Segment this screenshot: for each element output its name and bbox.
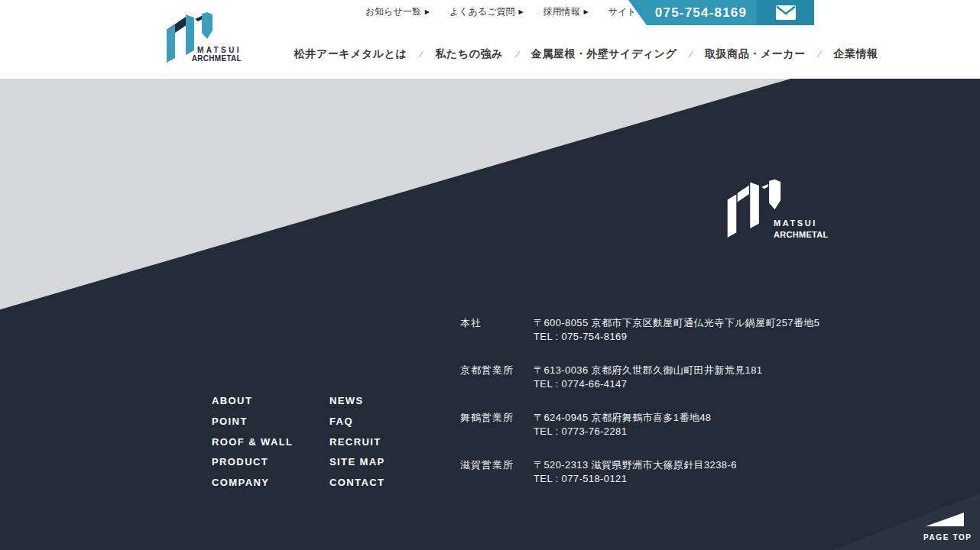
office-address: 〒600-8055 京都市下京区麩屋町通仏光寺下ル鍋屋町257番地5 — [534, 316, 819, 330]
office-address: 〒624-0945 京都府舞鶴市喜多1番地48 — [534, 411, 711, 425]
ramp-triangle-icon — [926, 513, 964, 526]
footer-link-faq[interactable]: FAQ — [329, 412, 385, 432]
footer-link-product[interactable]: PRODUCT — [212, 452, 293, 473]
envelope-icon — [776, 5, 796, 20]
site-logo[interactable]: MATSUI ARCHMETAL — [167, 12, 251, 66]
utility-link-faq[interactable]: よくあるご質問 ▶ — [449, 5, 524, 18]
logo-line2: ARCHMETAL — [190, 54, 242, 63]
footer-link-sitemap[interactable]: SITE MAP — [329, 452, 385, 473]
nav-separator: / — [419, 50, 423, 59]
phone-button[interactable]: 075-754-8169 — [625, 0, 757, 25]
footer-link-recruit[interactable]: RECRUIT — [329, 432, 385, 453]
right-triangle-arrow-icon: ▶ — [425, 8, 430, 15]
utility-link-label: 採用情報 — [544, 5, 580, 18]
office-name: 本社 — [460, 316, 534, 344]
office-tel: TEL : 075-754-8169 — [534, 330, 819, 344]
utility-link-recruit[interactable]: 採用情報 ▶ — [544, 5, 589, 18]
nav-item-product[interactable]: 取扱商品・メーカー — [705, 47, 805, 61]
footer-logo: MATSUI ARCHMETAL — [726, 179, 833, 244]
page: MATSUI ARCHMETAL お知らせ一覧 ▶ よくあるご質問 ▶ 採用情報… — [0, 0, 980, 550]
office-kyoto: 京都営業所 〒613-0036 京都府久世郡久御山町田井新荒見181 TEL :… — [460, 364, 819, 391]
right-triangle-arrow-icon: ▶ — [518, 8, 523, 15]
footer-link-about[interactable]: ABOUT — [212, 391, 293, 412]
logo-text: MATSUI ARCHMETAL — [190, 46, 242, 63]
footer-links-column-2: NEWS FAQ RECRUIT SITE MAP CONTACT — [329, 391, 385, 493]
office-list: 本社 〒600-8055 京都市下京区麩屋町通仏光寺下ル鍋屋町257番地5 TE… — [460, 316, 819, 506]
footer-logo-text: MATSUI ARCHMETAL — [774, 218, 814, 241]
logo-line1: MATSUI — [190, 46, 242, 54]
utility-nav: お知らせ一覧 ▶ よくあるご質問 ▶ 採用情報 ▶ サイトマップ ▶ — [365, 5, 673, 18]
footer-links-column-1: ABOUT POINT ROOF & WALL PRODUCT COMPANY — [212, 391, 293, 493]
office-shiga: 滋賀営業所 〒520-2313 滋賀県野洲市大篠原針目3238-6 TEL : … — [460, 458, 819, 486]
office-tel: TEL : 0773-76-2281 — [534, 425, 711, 438]
footer-link-point[interactable]: POINT — [212, 412, 293, 432]
footer-section: MATSUI ARCHMETAL ABOUT POINT ROOF & WALL… — [0, 79, 980, 550]
utility-link-label: よくあるご質問 — [449, 5, 514, 18]
page-top-button[interactable]: PAGE TOP — [923, 513, 965, 543]
site-header: MATSUI ARCHMETAL お知らせ一覧 ▶ よくあるご質問 ▶ 採用情報… — [0, 0, 980, 79]
office-name: 舞鶴営業所 — [460, 411, 534, 438]
footer-link-roof-wall[interactable]: ROOF & WALL — [212, 432, 293, 453]
footer-logo-line1: MATSUI — [774, 218, 814, 229]
office-head-office: 本社 〒600-8055 京都市下京区麩屋町通仏光寺下ル鍋屋町257番地5 TE… — [460, 316, 819, 344]
office-address: 〒613-0036 京都府久世郡久御山町田井新荒見181 — [534, 364, 762, 377]
office-maizuru: 舞鶴営業所 〒624-0945 京都府舞鶴市喜多1番地48 TEL : 0773… — [460, 411, 819, 438]
utility-link-label: お知らせ一覧 — [365, 5, 421, 18]
office-name: 滋賀営業所 — [460, 458, 534, 486]
right-triangle-arrow-icon: ▶ — [584, 8, 589, 15]
office-address: 〒520-2313 滋賀県野洲市大篠原針目3238-6 — [534, 458, 737, 472]
nav-item-point[interactable]: 私たちの強み — [435, 47, 502, 61]
office-tel: TEL : 077-518-0121 — [534, 472, 737, 486]
nav-separator: / — [817, 50, 822, 59]
phone-number: 075-754-8169 — [655, 5, 747, 21]
office-name: 京都営業所 — [460, 364, 534, 391]
main-nav: 松井アーキメタルとは / 私たちの強み / 金属屋根・外壁サイディング / 取扱… — [294, 47, 878, 61]
footer-link-news[interactable]: NEWS — [329, 391, 385, 412]
nav-separator: / — [689, 50, 693, 59]
page-top-label: PAGE TOP — [923, 533, 972, 542]
utility-link-news-list[interactable]: お知らせ一覧 ▶ — [365, 5, 430, 18]
nav-item-roof-wall[interactable]: 金属屋根・外壁サイディング — [531, 47, 677, 61]
footer-link-company[interactable]: COMPANY — [212, 473, 293, 493]
office-tel: TEL : 0774-66-4147 — [534, 377, 762, 391]
nav-item-about[interactable]: 松井アーキメタルとは — [294, 47, 407, 61]
mail-button[interactable] — [757, 0, 814, 25]
nav-item-company[interactable]: 企業情報 — [833, 47, 878, 61]
footer-link-contact[interactable]: CONTACT — [329, 473, 385, 493]
footer-logo-line2: ARCHMETAL — [774, 229, 814, 241]
nav-separator: / — [514, 50, 519, 59]
